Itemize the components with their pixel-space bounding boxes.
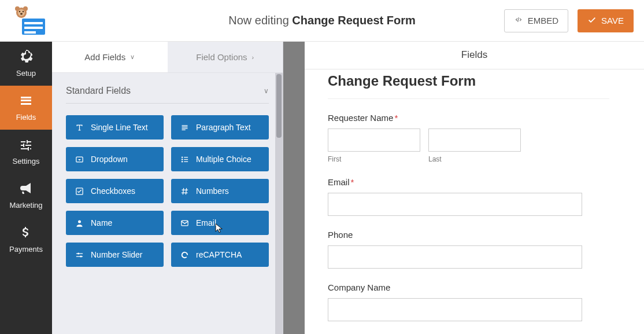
nav-fields[interactable]: Fields xyxy=(0,86,52,130)
field-single-line-text[interactable]: Single Line Text xyxy=(66,115,164,140)
field-checkboxes[interactable]: Checkboxes xyxy=(66,179,164,203)
field-email[interactable]: Email xyxy=(171,211,269,235)
svg-rect-9 xyxy=(24,27,43,29)
chevron-down-icon: ∨ xyxy=(130,53,135,61)
nav-setup[interactable]: Setup xyxy=(0,42,52,86)
check-icon xyxy=(587,15,597,26)
label-email: Email* xyxy=(328,177,609,187)
field-phone: Phone xyxy=(328,230,609,269)
scrollbar-thumb[interactable] xyxy=(276,74,282,138)
sublabel-first: First xyxy=(328,155,420,163)
tab-add-fields[interactable]: Add Fields ∨ xyxy=(52,42,168,72)
now-editing-label: Now editing xyxy=(228,14,289,27)
panel-divider[interactable] xyxy=(283,42,305,334)
envelope-icon xyxy=(180,219,189,227)
svg-point-19 xyxy=(78,220,81,223)
embed-button[interactable]: EMBED xyxy=(504,9,568,32)
list-icon xyxy=(19,94,33,109)
field-label: Checkboxes xyxy=(91,186,135,196)
fields-panel: Add Fields ∨ Field Options › Standard Fi… xyxy=(52,42,283,334)
required-asterisk: * xyxy=(351,177,354,187)
app-logo xyxy=(10,6,46,36)
svg-point-21 xyxy=(77,252,79,254)
svg-point-12 xyxy=(182,156,183,158)
hash-icon xyxy=(180,187,189,196)
field-numbers[interactable]: Numbers xyxy=(171,179,269,203)
user-icon xyxy=(75,219,84,227)
svg-rect-16 xyxy=(184,159,188,159)
nav-label: Fields xyxy=(16,113,36,122)
chevron-down-icon: ∨ xyxy=(264,87,269,95)
paragraph-icon xyxy=(180,123,189,132)
svg-rect-10 xyxy=(24,31,36,34)
field-label: Single Line Text xyxy=(91,123,148,132)
tab-label: Field Options xyxy=(196,52,247,62)
tab-field-options[interactable]: Field Options › xyxy=(168,42,283,72)
label-requester-name: Requester Name* xyxy=(328,113,609,123)
input-company[interactable] xyxy=(328,298,582,321)
section-title: Standard Fields xyxy=(66,86,131,96)
field-label: Paragraph Text xyxy=(196,123,251,132)
svg-rect-15 xyxy=(184,157,188,157)
field-requester-name: Requester Name* First Last xyxy=(328,113,609,163)
svg-rect-8 xyxy=(24,22,43,24)
form-title: Change Request Form xyxy=(328,73,609,99)
label-company: Company Name xyxy=(328,282,609,292)
field-multiple-choice[interactable]: Multiple Choice xyxy=(171,147,269,171)
nav-marketing[interactable]: Marketing xyxy=(0,174,52,218)
editing-title: Now editing Change Request Form xyxy=(228,14,415,27)
left-nav: Setup Fields Settings Marketing Payments xyxy=(0,42,52,334)
field-label: Email xyxy=(196,218,216,227)
field-label: reCAPTCHA xyxy=(196,250,242,259)
embed-button-label: EMBED xyxy=(528,16,558,25)
required-asterisk: * xyxy=(394,113,398,123)
field-label: Number Slider xyxy=(91,250,142,259)
field-label: Dropdown xyxy=(91,155,128,164)
svg-point-5 xyxy=(23,10,24,12)
text-icon xyxy=(75,123,84,132)
save-button-label: SAVE xyxy=(601,16,624,25)
svg-point-6 xyxy=(20,13,23,14)
svg-point-14 xyxy=(182,161,183,163)
input-phone[interactable] xyxy=(328,245,582,269)
recaptcha-icon xyxy=(180,251,189,259)
preview-toolbar-title: Fields xyxy=(461,49,487,61)
embed-icon xyxy=(514,15,523,26)
svg-point-3 xyxy=(18,9,25,16)
nav-label: Settings xyxy=(13,157,40,166)
svg-point-4 xyxy=(19,10,20,12)
input-last-name[interactable] xyxy=(428,129,521,152)
nav-label: Setup xyxy=(16,69,36,78)
label-text: Email xyxy=(328,177,350,187)
svg-point-13 xyxy=(182,159,183,160)
input-first-name[interactable] xyxy=(328,129,420,152)
header-actions: EMBED SAVE xyxy=(504,9,634,32)
field-recaptcha[interactable]: reCAPTCHA xyxy=(171,243,269,267)
nav-payments[interactable]: Payments xyxy=(0,218,52,262)
panel-tabbar: Add Fields ∨ Field Options › xyxy=(52,42,283,73)
checkbox-icon xyxy=(75,187,84,196)
preview-toolbar: Fields xyxy=(305,42,644,69)
field-paragraph-text[interactable]: Paragraph Text xyxy=(171,115,269,140)
nav-settings[interactable]: Settings xyxy=(0,130,52,174)
list-icon xyxy=(180,155,189,164)
save-button[interactable]: SAVE xyxy=(578,9,634,32)
preview-body: Change Request Form Requester Name* Firs… xyxy=(305,69,644,334)
bullhorn-icon xyxy=(19,182,33,197)
sliders-icon xyxy=(19,138,33,153)
svg-rect-17 xyxy=(184,161,188,162)
chevron-right-icon: › xyxy=(252,54,254,61)
form-preview: Fields Change Request Form Requester Nam… xyxy=(305,42,644,334)
top-header: Now editing Change Request Form EMBED SA… xyxy=(0,0,644,42)
svg-point-22 xyxy=(80,255,82,257)
field-number-slider[interactable]: Number Slider xyxy=(66,243,164,267)
section-standard-fields-header[interactable]: Standard Fields ∨ xyxy=(66,86,269,104)
nav-label: Marketing xyxy=(9,201,42,210)
field-name[interactable]: Name xyxy=(66,211,164,235)
input-email[interactable] xyxy=(328,193,582,216)
panel-scrollbar[interactable] xyxy=(275,73,283,334)
field-dropdown[interactable]: Dropdown xyxy=(66,147,164,171)
label-text: Requester Name xyxy=(328,113,393,123)
field-label: Numbers xyxy=(196,186,229,196)
gear-icon xyxy=(19,50,33,65)
